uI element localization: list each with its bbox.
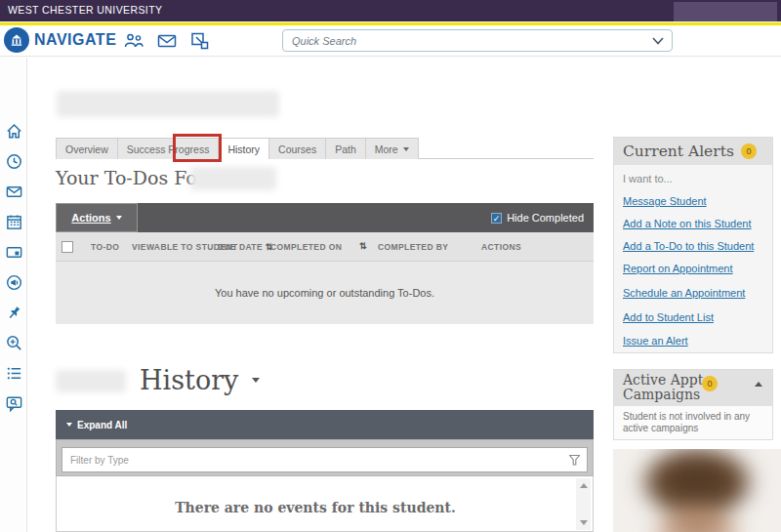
todos-table-header: TO-DO VIEWABLE TO STUDENT DUE DATE ⇅ COM…	[56, 232, 594, 262]
campaigns-title-line1: Active Appt.	[623, 373, 772, 388]
user-avatar[interactable]	[739, 27, 781, 56]
campaigns-megaphone-icon[interactable]	[3, 271, 24, 293]
history-heading[interactable]: History	[140, 365, 260, 395]
quick-search	[282, 29, 673, 52]
link-report-appointment[interactable]: Report on Appointment	[623, 263, 733, 274]
university-name: WEST CHESTER UNIVERSITY	[8, 4, 162, 16]
notes-search-icon[interactable]	[3, 392, 24, 414]
hide-completed-toggle[interactable]: ✓ Hide Completed	[491, 203, 584, 232]
university-banner: WEST CHESTER UNIVERSITY	[0, 0, 781, 21]
filter-by-type	[62, 447, 588, 472]
caret-down-icon	[252, 378, 260, 383]
student-tabs: Overview Success Progress History Course…	[56, 138, 594, 159]
sort-icon[interactable]: ⇅	[359, 241, 367, 251]
alerts-count-badge: 0	[741, 143, 757, 159]
caret-down-icon	[66, 423, 72, 427]
hide-completed-label: Hide Completed	[507, 212, 584, 224]
conversations-icon[interactable]	[3, 181, 24, 202]
campaigns-title-line2: Campaigns	[623, 388, 772, 402]
history-empty-state: There are no events for this student.	[57, 500, 574, 515]
left-nav	[0, 58, 27, 532]
student-name-redacted	[190, 167, 276, 190]
history-events-area: There are no events for this student.	[56, 476, 594, 532]
history-filter-row	[56, 439, 594, 476]
col-todo: TO-DO	[91, 242, 119, 252]
calendar-icon[interactable]	[3, 211, 24, 232]
todos-empty-state: You have no upcoming or outstanding To-D…	[56, 262, 594, 324]
active-campaigns-header: Active Appt. Campaigns 0	[614, 370, 772, 406]
quick-actions-icon[interactable]	[189, 31, 213, 51]
link-message-student[interactable]: Message Student	[623, 195, 707, 207]
pinned-icon[interactable]	[3, 302, 24, 323]
lists-icon[interactable]	[3, 362, 24, 384]
tab-courses[interactable]: Courses	[268, 138, 325, 159]
email-icon[interactable]	[156, 31, 180, 51]
current-alerts-header: Current Alerts 0	[614, 138, 772, 165]
link-add-todo[interactable]: Add a To-Do to this Student	[623, 240, 754, 252]
link-add-note[interactable]: Add a Note on this Student	[623, 218, 751, 229]
col-completed-by: COMPLETED BY	[378, 242, 448, 252]
advanced-search-icon[interactable]	[3, 332, 24, 353]
topbar-highlight[interactable]	[674, 2, 777, 21]
brand-name: NAVIGATE	[34, 31, 116, 49]
link-issue-alert[interactable]: Issue an Alert	[623, 335, 688, 347]
col-due-date[interactable]: DUE DATE ⇅	[218, 242, 273, 252]
tab-history[interactable]: History	[218, 138, 268, 159]
app-header: NAVIGATE	[0, 25, 781, 57]
link-schedule-appointment[interactable]: Schedule an Appointment	[623, 287, 745, 299]
checkbox-checked-icon: ✓	[491, 213, 502, 224]
col-completed-on: COMPLETED ON	[270, 242, 342, 252]
scroll-down-icon[interactable]	[576, 515, 591, 530]
current-alerts-title: Current Alerts	[623, 143, 734, 160]
student-photo-redacted	[613, 449, 781, 532]
student-name-redacted	[56, 370, 126, 392]
col-actions: ACTIONS	[481, 242, 521, 252]
link-add-student-list[interactable]: Add to Student List	[623, 311, 714, 323]
tab-path[interactable]: Path	[325, 138, 365, 159]
expand-all-button[interactable]: Expand All	[66, 420, 127, 430]
tab-overview[interactable]: Overview	[56, 138, 117, 159]
history-toolbar: Expand All	[56, 410, 594, 439]
scroll-up-icon[interactable]	[576, 478, 591, 493]
events-scrollbar[interactable]	[576, 478, 591, 530]
filter-funnel-icon[interactable]	[569, 455, 580, 466]
dashboard-clock-icon[interactable]	[3, 150, 24, 172]
navigate-app: WEST CHESTER UNIVERSITY NAVIGATE	[0, 0, 781, 532]
navigate-logo[interactable]: NAVIGATE	[4, 27, 116, 53]
actions-menu-button[interactable]: Actions	[56, 203, 138, 232]
collapse-caret-icon[interactable]	[755, 382, 762, 387]
tab-success-progress[interactable]: Success Progress	[117, 138, 219, 159]
active-campaigns-panel: Active Appt. Campaigns 0 Student is not …	[613, 369, 773, 440]
home-icon[interactable]	[3, 120, 24, 142]
caret-down-icon	[403, 147, 409, 151]
filter-by-type-input[interactable]	[62, 455, 569, 466]
caret-down-icon	[116, 216, 122, 220]
quick-search-input[interactable]	[283, 35, 652, 47]
student-name-redacted	[57, 91, 279, 117]
rotunda-icon	[4, 27, 29, 53]
current-alerts-panel: Current Alerts 0 I want to... Message St…	[613, 137, 773, 353]
todos-heading: Your To-Dos For	[56, 167, 206, 188]
todos-toolbar: Actions ✓ Hide Completed	[56, 203, 594, 232]
select-all-checkbox[interactable]	[62, 241, 73, 253]
cases-icon[interactable]	[3, 241, 24, 263]
appointments-icon[interactable]	[123, 31, 146, 51]
campaigns-count-badge: 0	[702, 376, 718, 391]
chevron-down-icon[interactable]	[652, 37, 664, 45]
campaigns-empty-state: Student is not involved in any active ca…	[614, 406, 772, 434]
i-want-to-label: I want to...	[623, 173, 673, 184]
tab-more[interactable]: More	[365, 138, 419, 159]
